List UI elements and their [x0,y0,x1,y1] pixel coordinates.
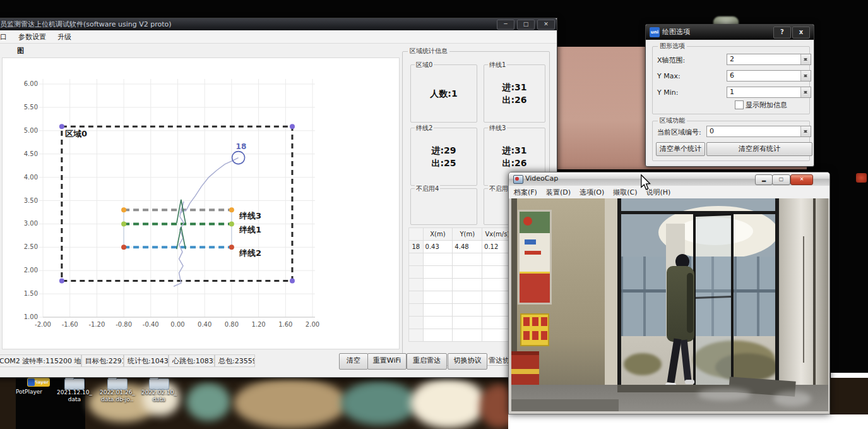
menu-device[interactable]: 装置(D) [546,188,571,197]
y-tick-label: 4.00 [24,174,38,181]
x-tick-label: 1.60 [278,321,292,328]
person-leg [681,340,692,381]
status-target-packets: 目标包:2291 [81,354,124,367]
trip-line-endpoint [121,245,126,250]
spinner-arrows-icon[interactable] [800,54,811,64]
folder-icon[interactable] [107,378,128,390]
y-tick-label: 3.00 [24,220,38,227]
dialog-title-bar[interactable]: uni 绘图选项 ? x [646,25,814,40]
y-max-spinner[interactable]: 6 [727,70,811,82]
y-tick-label: 5.50 [24,104,38,111]
spinner-arrows-icon[interactable] [800,126,811,136]
potplayer-icon-label[interactable]: PotPlayer [5,389,53,396]
folder-label[interactable]: 2022.02.10_data [138,389,181,403]
help-button[interactable]: ? [773,27,791,39]
x-range-spinner[interactable]: 2 [727,54,811,65]
maximize-button[interactable]: □ [517,20,535,30]
y-min-spinner[interactable]: 1 [727,87,811,98]
y-tick-label: 2.50 [24,243,38,250]
folder-icon[interactable] [149,378,169,390]
menu-capture[interactable]: 撷取(C) [613,188,637,197]
stat-box-title: 绊线3 [488,124,507,133]
potplayer-logo [28,378,35,386]
videocap-title: VideoCap [525,174,558,183]
trip-line-label: 绊线3 [239,211,261,221]
col-x: X(m) [423,228,453,241]
screen-margin [508,414,868,429]
stat-box-tripline1: 绊线1 进:31出:26 [484,64,545,123]
mouse-cursor [640,174,651,193]
x-tick-label: -1.60 [62,321,78,328]
restart-radar-button[interactable]: 重启雷达 [407,353,447,370]
clear-button[interactable]: 清空 [339,353,368,370]
region-label: 区域0 [65,129,87,138]
plot-options-dialog: uni 绘图选项 ? x 图形选项 X轴范围: 2 Y Max: 6 Y Min… [645,24,814,167]
menu-file[interactable]: 档案(F) [514,188,537,197]
videocap-maximize-button[interactable]: ▢ [772,174,790,185]
wall-pipe [813,198,816,411]
close-button[interactable]: ✕ [537,20,555,30]
menu-bar: 串口 参数设置 升级 [0,30,557,44]
stat-value: 出:26 [484,94,545,106]
trip-line-endpoint [229,207,234,212]
show-extra-info-checkbox[interactable] [735,100,744,109]
x-range-value: 2 [730,55,734,63]
spinner-arrows-icon[interactable] [800,87,811,97]
trip-line-endpoint [121,207,126,212]
x-range-label: X轴范围: [657,56,685,65]
window-title: 人员监测雷达上位机调试软件(software using V2 proto) [0,20,172,28]
stat-value: 人数:1 [411,87,477,100]
clear-all-stats-button[interactable]: 清空所有统计 [706,142,812,156]
x-tick-label: -0.40 [143,321,159,328]
floor-reflection [698,388,751,401]
cell-y: 4.48 [453,241,482,253]
title-bar[interactable]: 人员监测雷达上位机调试软件(software using V2 proto) ─… [0,18,557,30]
clear-single-stat-button[interactable]: 清空单个统计 [656,142,705,156]
person-arm [687,273,693,333]
background-close-button [856,173,867,183]
x-tick-label: -1.20 [88,321,105,328]
wall-poster [518,210,552,305]
videocap-menu-bar: 档案(F) 装置(D) 选项(O) 撷取(C) 说明(H) [509,186,829,199]
region-stats-title: 区域统计信息 [408,47,449,56]
radar-app-window: 人员监测雷达上位机调试软件(software using V2 proto) ─… [0,18,557,378]
menu-upgrade[interactable]: 升级 [57,32,71,42]
cell-rowid: 18 [409,241,424,253]
videocap-close-button[interactable]: ✕ [790,174,813,185]
stat-value: 进:31 [484,144,545,157]
videocap-minimize-button[interactable]: ▂ [755,174,773,185]
wallpaper-blob [341,381,417,425]
region-corner-dot [59,278,64,283]
y-tick-label: 1.50 [24,290,38,297]
wallpaper-blob [186,383,230,421]
stat-box-region0: 区域0 人数:1 [410,64,477,123]
menu-serial[interactable]: 串口 [0,32,7,42]
door-frame [617,198,621,389]
minimize-button[interactable]: ─ [497,20,514,30]
x-tick-label: 0.80 [225,321,239,328]
menu-parameter-settings[interactable]: 参数设置 [18,32,46,42]
videocap-window: VideoCap ▂ ▢ ✕ 档案(F) 装置(D) 选项(O) 撷取(C) 说… [508,172,830,414]
switch-protocol-button[interactable]: 切换协议 [448,353,487,370]
videocap-title-bar[interactable]: VideoCap ▂ ▢ ✕ [509,172,829,186]
potplayer-icon[interactable]: Player [27,378,50,387]
menu-options[interactable]: 选项(O) [580,188,604,197]
reset-wifi-button[interactable]: 重置WiFi [367,353,407,370]
trip-line-endpoint [121,221,126,226]
current-region-spinner[interactable]: 0 [706,126,811,137]
folder-label[interactable]: 2022.01.26_data.db-jo.. [95,389,140,403]
dialog-close-button[interactable]: x [792,27,810,39]
region-corner-dot [290,124,295,129]
folder-label[interactable]: 2021.12.10_data [53,389,96,403]
uni-app-icon: uni [650,27,660,37]
status-total-packets: 总包:23559 [215,354,255,367]
shrubs [624,353,662,375]
folder-icon[interactable] [64,378,85,390]
show-extra-info-label[interactable]: 显示附加信息 [746,100,787,110]
stat-box-title: 绊线2 [415,124,434,133]
camera-feed [511,198,828,411]
cell-x: 0.43 [423,241,453,253]
videocap-icon [513,175,523,184]
spinner-arrows-icon[interactable] [800,71,811,81]
person-silhouette [662,254,699,392]
